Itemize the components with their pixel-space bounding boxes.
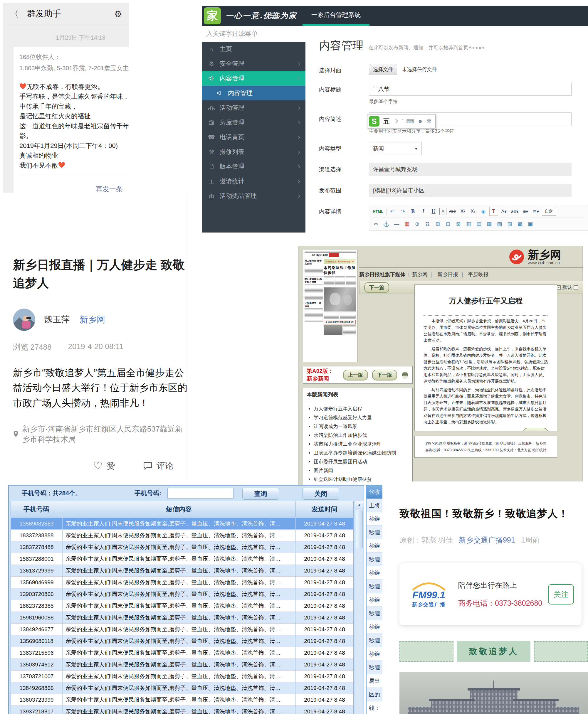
table-row[interactable]: 18337238888 亲爱的业主家人们!周末便民服务如期而至,磨剪子、量血压、…	[11, 529, 353, 541]
content-title-input[interactable]	[369, 83, 571, 96]
table-row[interactable]: 13703721007 亲爱的业主家人们!周末便民服务如期而至,磨剪子、量血压、…	[11, 670, 353, 682]
news-list-item[interactable]: 学习道德模范感受好人力量	[314, 413, 412, 422]
keyboard-icon[interactable]: ⌨	[406, 118, 414, 125]
editor-tool-icon[interactable]: ⊟	[443, 220, 452, 229]
next-page-button[interactable]: 下一版	[372, 370, 397, 381]
site-logo[interactable]: 新乡网 www.xxrb.com.cn	[508, 249, 561, 265]
resend-button[interactable]: 再发一条	[19, 180, 129, 193]
choose-file-button[interactable]: 选择文件	[369, 64, 397, 75]
editor-tool-icon[interactable]: ▤	[474, 220, 483, 229]
news-list-item[interactable]: 水污染防治工作加快步伐	[314, 431, 412, 439]
table-row[interactable]: 13937218817 亲爱的业主家人们!周末便民服务如期而至,磨剪子、量血压、…	[11, 706, 353, 714]
rich-text-editor[interactable]: HTML↶↷BIUAABCX²X₂◈TA▾ab▾≡▾≣▾自定 ∞⚓—▦⊕Ω⊞⊟⊠…	[369, 205, 588, 231]
editor-tool-icon[interactable]: ⊞	[433, 220, 442, 229]
avatar[interactable]	[13, 308, 35, 331]
editor-tool-icon[interactable]: Ω	[423, 220, 432, 229]
editor-tool-icon[interactable]: 自定	[542, 207, 556, 216]
editor-tool-icon[interactable]: ▦	[485, 220, 493, 229]
editor-tool-icon[interactable]: T	[489, 207, 498, 216]
editor-tool-icon[interactable]: HTML	[372, 207, 386, 216]
channel-link[interactable]: 新乡交通广播991	[459, 535, 515, 545]
table-row[interactable]: 13837215596 亲爱的业主家人们!周末便民服务如期而至,磨剪子、量血压、…	[11, 647, 353, 658]
zoom-default-icon[interactable]	[574, 285, 578, 290]
news-list-item[interactable]: 图片新闻	[314, 466, 412, 475]
column-time[interactable]: 发送时间	[296, 501, 353, 518]
editor-tool-icon[interactable]: ⊕	[413, 220, 421, 229]
vertical-scrollbar[interactable]: ▲	[355, 501, 364, 714]
query-button[interactable]: 查询	[242, 488, 279, 500]
sidebar-item-activity[interactable]: 活动管理 ›	[202, 101, 306, 115]
follow-button[interactable]: 关注	[548, 584, 574, 605]
printer-icon[interactable]	[401, 371, 409, 378]
table-row[interactable]: 15837288001 亲爱的业主家人们!周末便民服务如期而至,磨剪子、量血压、…	[11, 553, 353, 565]
ime-candidate[interactable]: 五	[383, 117, 390, 126]
editor-tool-icon[interactable]: U	[429, 207, 438, 216]
scroll-up-icon[interactable]: ▲	[355, 501, 364, 509]
wrench-icon[interactable]: ⚒	[426, 118, 431, 125]
phone-query-input[interactable]	[167, 488, 233, 498]
prev-page-button[interactable]: 上一版	[343, 370, 368, 381]
sidebar-item-invite-stats[interactable]: 邀请统计 ›	[202, 174, 306, 189]
punctuation-icon[interactable]: ’	[401, 118, 403, 125]
source-link[interactable]: 新乡网	[80, 314, 105, 326]
editor-tool-icon[interactable]: ▥	[464, 220, 473, 229]
editor-tool-icon[interactable]: —	[392, 220, 401, 229]
editor-tool-icon[interactable]: ▧	[495, 220, 504, 229]
brand-logo[interactable]: 家	[204, 7, 221, 24]
editor-tool-icon[interactable]: A	[439, 208, 446, 215]
tab-system[interactable]: 一家后台管理系统	[302, 6, 370, 26]
sidebar-item-prizes[interactable]: 活动奖品管理 ›	[202, 189, 306, 203]
gear-icon[interactable]: ⚙	[114, 9, 122, 19]
close-button[interactable]: 关闭	[302, 488, 339, 500]
table-row[interactable]: 13569082883 亲爱的业主家人们!周末便民服务如期而至,磨剪子、量血压、…	[11, 518, 353, 529]
media-link[interactable]: 新乡网	[412, 272, 428, 277]
author-row[interactable]: 魏玉萍 新乡网	[13, 308, 187, 331]
news-list-item[interactable]: 让阅读成为一道风景	[314, 422, 412, 431]
editor-tool-icon[interactable]: ▨	[505, 220, 514, 229]
news-list-item[interactable]: 万人健步行五年又启程	[314, 404, 412, 413]
sidebar-item-versions[interactable]: 版本管理 ›	[202, 159, 306, 174]
sogou-ime-popup[interactable]: S 五 ☽ ’ ⌨ ☻ ⚒	[367, 114, 436, 128]
scrollbar-thumb[interactable]	[356, 510, 363, 548]
editor-tool-icon[interactable]: ▣	[526, 220, 534, 229]
sidebar-item-home[interactable]: ⌂ 主页	[202, 42, 306, 56]
mass-message-card[interactable]: 168位收件人： 1.803申永勤, 5-301乔震, 7-201詹玉女主, 2…	[14, 47, 129, 193]
editor-tool-icon[interactable]: ≡▾	[521, 207, 530, 216]
news-list-item[interactable]: 卫滨区举办专题培训强化病媒生物防制	[314, 448, 412, 457]
banner-label[interactable]: 致敬追梦人	[457, 641, 530, 662]
moon-icon[interactable]: ☽	[393, 118, 398, 125]
next-article-button[interactable]: 下一篇	[364, 282, 389, 293]
editor-tool-icon[interactable]: ⚓	[382, 220, 391, 229]
column-phone[interactable]: 手机号码	[11, 501, 62, 518]
hamburger-icon[interactable]	[270, 13, 278, 20]
editor-tool-icon[interactable]: ≣▾	[532, 207, 541, 216]
table-row[interactable]: 15981960088 亲爱的业主家人们!周末便民服务如期而至,磨剪子、量血压、…	[11, 611, 353, 623]
editor-tool-icon[interactable]: ↷	[398, 207, 407, 216]
editor-tool-icon[interactable]: X₂	[469, 207, 478, 216]
editor-tool-icon[interactable]: ▩	[516, 220, 524, 229]
media-link[interactable]: 新乡日报	[437, 272, 458, 277]
content-type-select[interactable]: 新闻 ▼	[369, 142, 422, 155]
news-list-item[interactable]: 我市强力推进工业企业深度治理	[314, 439, 412, 448]
sidebar-item-phonebook[interactable]: ☎ 电话黄页 ›	[202, 130, 306, 145]
sidebar-item-content[interactable]: 内容管理 ›	[202, 71, 306, 86]
back-icon[interactable]: 〈	[10, 8, 19, 20]
editor-tool-icon[interactable]: A▾	[500, 207, 508, 216]
editor-toolbar-row1[interactable]: HTML↶↷BIUAABCX²X₂◈TA▾ab▾≡▾≣▾自定	[372, 207, 585, 216]
editor-tool-icon[interactable]: I	[419, 207, 428, 216]
editor-tool-icon[interactable]: ab▾	[510, 207, 520, 216]
table-row[interactable]: 18623728385 亲爱的业主家人们!周末便民服务如期而至,磨剪子、量血压、…	[11, 600, 353, 611]
comment-button[interactable]: 评论	[143, 460, 173, 472]
sidebar-search-input[interactable]	[202, 26, 306, 42]
column-message[interactable]: 短信内容	[62, 501, 296, 518]
table-row[interactable]: 13613729999 亲爱的业主家人们!周末便民服务如期而至,磨剪子、量血压、…	[11, 565, 353, 576]
editor-tool-icon[interactable]: ABC	[448, 207, 457, 216]
author-name[interactable]: 魏玉萍	[44, 314, 70, 326]
table-row[interactable]: 13503974612 亲爱的业主家人们!周末便民服务如期而至,磨剪子、量血压、…	[11, 658, 353, 670]
zoom-default-label[interactable]: 默认	[563, 284, 572, 291]
table-row[interactable]: 13849246677 亲爱的业主家人们!周末便民服务如期而至,磨剪子、量血压、…	[11, 623, 353, 635]
editor-tool-icon[interactable]: ▦	[402, 220, 411, 229]
editor-toolbar-row2[interactable]: ∞⚓—▦⊕Ω⊞⊟⊠▥▤▦▧▨▩▣	[372, 218, 585, 229]
news-list-item[interactable]: 团市委开展主题团日活动	[314, 457, 412, 466]
editor-tool-icon[interactable]: ◈	[479, 207, 488, 216]
